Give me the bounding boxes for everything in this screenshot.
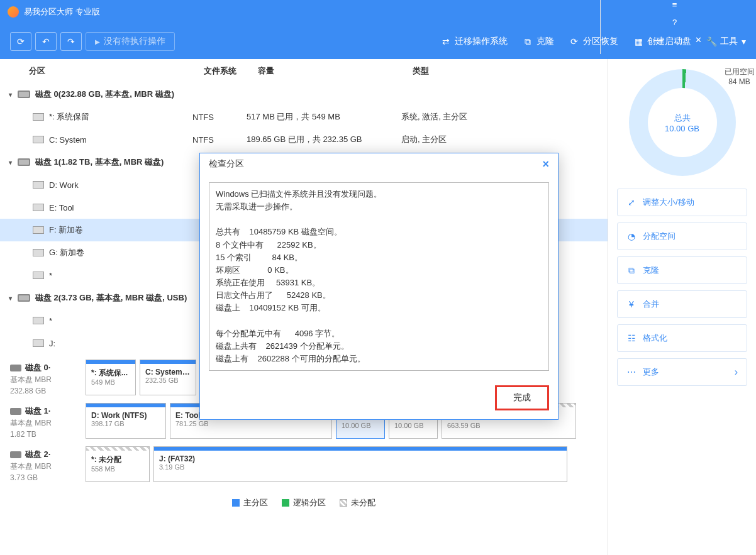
- side-panel: 已用空间 84 MB 总共 10.00 GB ⤢调整大小/移动◔分配空间⧉克隆¥…: [608, 59, 756, 555]
- partition-icon: [33, 226, 44, 234]
- op-icon: ⤢: [626, 197, 636, 207]
- column-headers: 分区 文件系统 容量 类型: [0, 59, 608, 83]
- partition-recovery-button[interactable]: ⟳分区恢复: [569, 36, 618, 47]
- disk-row[interactable]: ▾磁盘 0 (232.88 GB, 基本盘, MBR 磁盘): [0, 83, 608, 106]
- partition-row[interactable]: C: SystemNTFS189.65 GB 已用，共 232.35 GB启动,…: [0, 128, 608, 151]
- caret-icon: ▾: [9, 159, 18, 166]
- bootdisk-label: 创建启动盘: [647, 36, 691, 47]
- more-icon: ⋯: [626, 367, 636, 377]
- op-button[interactable]: ⤢调整大小/移动: [617, 189, 747, 216]
- col-type: 类型: [413, 65, 608, 77]
- swatch-primary-icon: [232, 499, 240, 507]
- partition-segment[interactable]: D: Work (NTFS)398.17 GB: [86, 403, 166, 439]
- dialog-body-text: Windows 已扫描文件系统并且没有发现问题。 无需采取进一步操作。 总共有 …: [209, 182, 549, 371]
- partition-segment[interactable]: C: System (NT...232.35 GB: [140, 360, 196, 395]
- op-icon: ¥: [626, 299, 636, 309]
- op-label: 分配空间: [643, 231, 675, 242]
- op-icon: ☷: [626, 333, 636, 343]
- op-label: 调整大小/移动: [643, 197, 694, 208]
- pending-ops-button[interactable]: 没有待执行操作: [86, 32, 175, 51]
- refresh-button[interactable]: ⟳: [10, 32, 31, 51]
- migrate-os-button[interactable]: ⇄迁移操作系统: [441, 36, 508, 47]
- legend-logical: 逻辑分区: [282, 497, 326, 508]
- col-partition: 分区: [29, 65, 204, 77]
- more-button[interactable]: ⋯更多: [617, 358, 747, 386]
- total-label: 总共: [674, 113, 691, 124]
- wrench-icon: 🔧: [706, 36, 716, 47]
- dialog-close-icon[interactable]: ×: [542, 158, 549, 171]
- app-title: 易我分区大师 专业版: [24, 6, 600, 18]
- partition-icon: [33, 249, 44, 256]
- check-partition-dialog: 检查分区 × Windows 已扫描文件系统并且没有发现问题。 无需采取进一步操…: [199, 153, 559, 420]
- op-button[interactable]: ◔分配空间: [617, 223, 747, 250]
- recover-label: 分区恢复: [583, 36, 618, 47]
- bootdisk-button[interactable]: ▦创建启动盘: [633, 36, 691, 47]
- op-button[interactable]: ☷格式化: [617, 324, 747, 352]
- col-capacity: 容量: [258, 65, 413, 77]
- partition-segment[interactable]: *: 未分配558 MB: [86, 446, 150, 482]
- dialog-title: 检查分区: [209, 158, 244, 170]
- partition-icon: [33, 317, 44, 324]
- partition-icon: [33, 113, 44, 121]
- col-filesystem: 文件系统: [204, 65, 258, 77]
- help-icon[interactable]: ?: [670, 18, 679, 26]
- recovery-icon: ⟳: [569, 36, 579, 47]
- legend-unalloc: 未分配: [340, 497, 375, 508]
- op-label: 克隆: [643, 265, 659, 276]
- disk-icon: [10, 451, 21, 458]
- pending-label: 没有待执行操作: [104, 36, 165, 47]
- partition-segment[interactable]: J: (FAT32)3.19 GB: [153, 446, 567, 482]
- legend: 主分区 逻辑分区 未分配: [0, 491, 608, 515]
- total-value: 10.00 GB: [665, 124, 699, 133]
- partition-row[interactable]: *: 系统保留NTFS517 MB 已用，共 549 MB系统, 激活, 主分区: [0, 106, 608, 128]
- clone-label: 克隆: [536, 36, 554, 47]
- op-icon: ◔: [626, 231, 636, 241]
- partition-icon: [33, 136, 44, 143]
- tools-label: 工具: [720, 36, 738, 47]
- app-logo-icon: [8, 6, 19, 18]
- swatch-unalloc-icon: [340, 499, 347, 507]
- tools-button[interactable]: 🔧工具 ▾: [706, 36, 746, 47]
- disk-icon: [10, 365, 21, 371]
- op-icon: ⧉: [626, 265, 636, 275]
- partition-icon: [33, 339, 44, 347]
- clone-button[interactable]: ⧉克隆: [523, 36, 554, 47]
- migrate-icon: ⇄: [441, 36, 451, 47]
- partition-icon: [33, 204, 44, 211]
- caret-icon: ▾: [9, 295, 18, 302]
- swatch-logical-icon: [282, 499, 289, 507]
- partition-segment[interactable]: *: 系统保...549 MB: [86, 360, 136, 395]
- disk-icon: [10, 408, 21, 415]
- disk-icon: [18, 294, 30, 302]
- close-button[interactable]: ✕: [694, 35, 703, 44]
- op-label: 格式化: [643, 332, 667, 344]
- undo-button[interactable]: ↶: [35, 32, 57, 51]
- usage-donut: 已用空间 84 MB 总共 10.00 GB: [629, 69, 736, 176]
- clone-icon: ⧉: [523, 36, 533, 47]
- op-label: 合并: [643, 299, 659, 310]
- menu-icon[interactable]: ≡: [670, 0, 679, 9]
- titlebar: 易我分区大师 专业版 🔔 在线服务 ≡ ? — ▢ ✕: [0, 0, 756, 24]
- disk-icon: [18, 158, 30, 166]
- more-label: 更多: [643, 366, 659, 378]
- op-button[interactable]: ¥合并: [617, 290, 747, 318]
- caret-icon: ▾: [9, 91, 18, 98]
- legend-primary: 主分区: [232, 497, 268, 508]
- disk-bar-row: 磁盘 2·基本盘 MBR3.73 GB*: 未分配558 MBJ: (FAT32…: [10, 446, 598, 482]
- dialog-done-button[interactable]: 完成: [495, 385, 549, 410]
- partition-icon: [33, 181, 44, 189]
- redo-button[interactable]: ↷: [60, 32, 82, 51]
- op-button[interactable]: ⧉克隆: [617, 256, 747, 284]
- disk-icon: [18, 91, 30, 98]
- partition-icon: [33, 272, 44, 279]
- bootdisk-icon: ▦: [633, 36, 643, 47]
- migrate-label: 迁移操作系统: [455, 36, 508, 47]
